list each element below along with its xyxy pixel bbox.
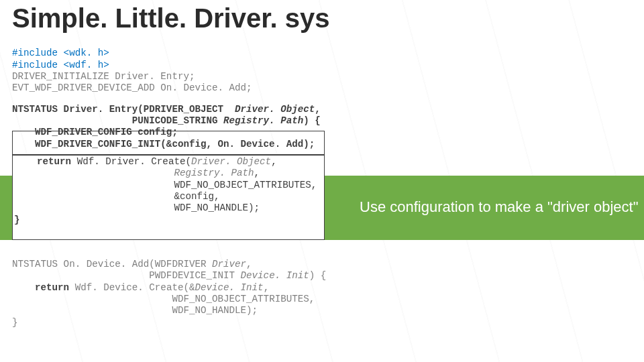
code-text: , [271,156,277,167]
page-title: Simple. Little. Driver. sys [12,4,632,32]
code-param: Device. Init [241,270,309,281]
code-highlight-window: return Wdf. Driver. Create(Driver. Objec… [12,154,325,240]
code-text: return [14,156,77,167]
code-param: Device. Init [195,282,263,293]
code-text: , [315,104,321,115]
code-param: Driver [212,259,246,269]
code-text: } [14,215,20,225]
code-text: , [264,282,270,293]
code-block-create-call: return Wdf. Driver. Create(Driver. Objec… [13,155,324,227]
code-param: Driver. Object [235,104,315,115]
code-text: WDF_NO_OBJECT_ATTRIBUTES [174,180,311,190]
code-text: , [254,168,260,178]
code-text: WDF_NO_HANDLE); [172,305,258,316]
code-block-driver-entry: NTSTATUS Driver. Entry(PDRIVER_OBJECT Dr… [12,104,632,150]
code-text: ) { [303,115,321,126]
code-pad [14,202,174,213]
callout-text: Use configuration to make a "driver obje… [360,198,639,216]
code-line: WDF_DRIVER_CONFIG_INIT(&config, On. Devi… [12,139,315,149]
code-pad [12,305,172,316]
code-text: &config, [174,191,219,202]
code-line: DRIVER_INITIALIZE Driver. Entry; [12,71,195,82]
code-text: PWDFDEVICE_INIT [12,270,241,281]
code-pad [14,191,174,202]
code-pad [14,168,174,178]
code-text: PUNICODE_STRING [12,115,223,126]
code-line: #include <wdk. h> [12,48,109,58]
code-pad [14,180,174,190]
code-param: Registry. Path [223,115,303,126]
code-line: #include <wdf. h> [12,60,109,70]
slide: Simple. Little. Driver. sys #include <wd… [0,0,644,362]
code-param: Driver. Object [191,156,271,167]
code-text: ) { [309,270,327,281]
code-param: Registry. Path [174,168,254,178]
code-pad [12,294,172,304]
code-line: WDF_DRIVER_CONFIG config; [12,127,178,137]
code-text: return [12,282,75,293]
code-text: , [246,259,252,269]
code-text: Wdf. Driver. Create( [77,156,191,167]
code-text: } [12,317,18,328]
code-text: WDF_NO_HANDLE); [174,202,260,213]
code-text: WDF_NO_OBJECT_ATTRIBUTES [172,294,309,304]
code-line: EVT_WDF_DRIVER_DEVICE_ADD On. Device. Ad… [12,82,252,93]
code-text: , [311,180,317,190]
code-text: NTSTATUS Driver. Entry(PDRIVER_OBJECT [12,104,235,115]
code-block-includes: #include <wdk. h> #include <wdf. h> DRIV… [12,36,632,95]
code-block-on-device-add: NTSTATUS On. Device. Add(WDFDRIVER Drive… [12,259,326,328]
code-text: NTSTATUS On. Device. Add(WDFDRIVER [12,259,212,269]
code-text: , [309,294,315,304]
code-text: Wdf. Device. Create(& [75,282,195,293]
